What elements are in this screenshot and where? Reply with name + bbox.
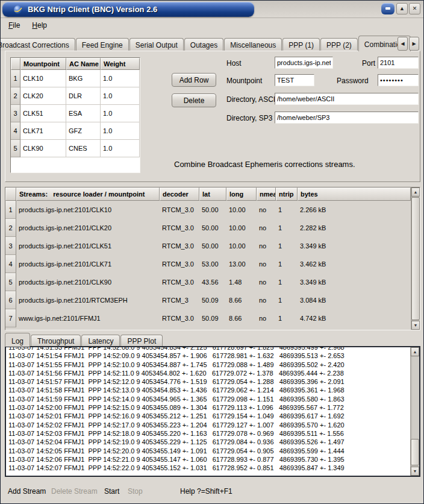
stream-long: 13.00 xyxy=(226,255,257,273)
title-capsule[interactable]: BKG Ntrip Client (BNC) Version 2.6 xyxy=(2,2,254,17)
row-header[interactable]: 1 xyxy=(5,201,16,219)
row-header[interactable]: 2 xyxy=(5,219,16,237)
stream-row[interactable]: 1 products.igs-ip.net:2101/CLK10 RTCM_3.… xyxy=(5,201,411,219)
tab-ppp-1[interactable]: PPP (1) xyxy=(282,38,320,51)
stream-decoder: RTCM_3.0 xyxy=(160,273,199,291)
row-header[interactable]: 1 xyxy=(11,70,20,87)
stream-lat: 43.56 xyxy=(199,273,226,291)
column-header-ac-name[interactable]: AC Name xyxy=(66,58,101,70)
tab-latency[interactable]: Latency xyxy=(81,335,120,346)
row-header[interactable]: 6 xyxy=(5,291,16,309)
log-scrollbar[interactable]: ▲ ▼ xyxy=(410,347,419,476)
cell-mountpoint[interactable]: CLK90 xyxy=(20,140,66,157)
stream-decoder: RTCM_3.0 xyxy=(160,219,199,237)
minimize-button[interactable] xyxy=(381,3,394,14)
start-button[interactable]: Start xyxy=(104,487,119,496)
row-header[interactable]: 3 xyxy=(11,105,20,122)
table-row: 2 CLK20 DLR 1.0 xyxy=(11,87,140,105)
scrollbar-thumb[interactable] xyxy=(411,439,419,465)
add-row-button[interactable]: Add Row xyxy=(172,73,216,87)
cell-ac-name[interactable]: DLR xyxy=(66,87,101,105)
cell-ac-name[interactable]: CNES xyxy=(66,140,101,157)
row-header[interactable]: 4 xyxy=(11,122,20,140)
cell-ac-name[interactable]: GFZ xyxy=(66,122,101,140)
scroll-up-icon[interactable]: ▲ xyxy=(411,187,420,197)
menu-file[interactable]: File xyxy=(3,20,25,31)
scroll-down-icon[interactable]: ▼ xyxy=(411,467,419,476)
cell-mountpoint[interactable]: CLK71 xyxy=(20,122,66,140)
column-header-nmea[interactable]: nmea xyxy=(257,187,276,201)
directory-sp3-input[interactable] xyxy=(275,112,419,124)
close-button[interactable]: ✕ xyxy=(409,3,420,14)
tab-broadcast-corrections[interactable]: Broadcast Corrections xyxy=(0,38,75,51)
cell-mountpoint[interactable]: CLK20 xyxy=(20,87,66,105)
tab-log[interactable]: Log xyxy=(5,333,30,347)
stream-nmea: no xyxy=(257,273,276,291)
cell-weight[interactable]: 1.0 xyxy=(101,122,140,140)
tab-throughput[interactable]: Throughput xyxy=(31,335,81,346)
help-button[interactable]: Help ?=Shift+F1 xyxy=(180,487,232,496)
row-header[interactable]: 3 xyxy=(5,237,16,255)
cell-weight[interactable]: 1.0 xyxy=(101,105,140,122)
cell-mountpoint[interactable]: CLK10 xyxy=(20,70,66,87)
cell-weight[interactable]: 1.0 xyxy=(101,140,140,157)
cell-weight[interactable]: 1.0 xyxy=(101,87,140,105)
tab-bar: Broadcast Corrections Feed Engine Serial… xyxy=(0,35,411,51)
scrollbar-thumb[interactable] xyxy=(411,197,420,320)
stream-row[interactable]: 7 www.igs-ip.net:2101/FFMJ1 RTCM_3.0 50.… xyxy=(5,309,411,327)
stream-lat: 50.09 xyxy=(199,291,226,309)
maximize-button[interactable]: ▲ xyxy=(396,3,408,14)
column-header-ntrip[interactable]: ntrip xyxy=(276,187,298,201)
row-header[interactable]: 5 xyxy=(11,140,20,157)
row-header[interactable]: 7 xyxy=(5,309,16,327)
cell-ac-name[interactable]: ESA xyxy=(66,105,101,122)
tab-feed-engine[interactable]: Feed Engine xyxy=(76,38,129,51)
scrollbar-track[interactable] xyxy=(411,197,420,321)
bnc-window: BKG Ntrip Client (BNC) Version 2.6 ▲ ✕ F… xyxy=(0,0,424,504)
column-header-decoder[interactable]: decoder xyxy=(160,187,199,201)
host-input[interactable] xyxy=(275,57,333,69)
column-header-mountpoint[interactable]: Mountpoint xyxy=(20,58,66,70)
stream-row[interactable]: 2 products.igs-ip.net:2101/CLK20 RTCM_3.… xyxy=(5,219,411,237)
menu-help[interactable]: Help xyxy=(26,20,52,31)
password-input[interactable] xyxy=(378,74,419,86)
stream-row[interactable]: 4 products.igs-ip.net:2101/CLK71 RTCM_3.… xyxy=(5,255,411,273)
streams-scrollbar[interactable]: ▲ ▼ xyxy=(411,187,420,330)
tab-scroll-left-button[interactable]: ◀ xyxy=(398,37,408,51)
row-header[interactable]: 4 xyxy=(5,255,16,273)
tab-ppp-plot[interactable]: PPP Plot xyxy=(120,335,163,346)
tab-miscellaneous[interactable]: Miscellaneous xyxy=(224,38,282,51)
stream-decoder: RTCM_3.0 xyxy=(160,237,199,255)
mountpoint-input[interactable] xyxy=(275,74,314,86)
app-icon xyxy=(13,5,23,14)
add-stream-button[interactable]: Add Stream xyxy=(8,487,46,496)
cell-ac-name[interactable]: BKG xyxy=(66,70,101,87)
directory-ascii-input[interactable] xyxy=(275,93,419,105)
column-header-long[interactable]: long xyxy=(226,187,257,201)
delete-button[interactable]: Delete xyxy=(172,93,216,107)
scroll-down-icon[interactable]: ▼ xyxy=(411,321,420,330)
scrollbar-track[interactable] xyxy=(411,356,419,467)
titlebar[interactable]: BKG Ntrip Client (BNC) Version 2.6 ▲ ✕ xyxy=(1,1,423,18)
stream-row[interactable]: 6 products.igs-ip.net:2101/RTCM3EPH RTCM… xyxy=(5,291,411,309)
row-header[interactable]: 2 xyxy=(11,87,20,105)
stream-ntrip: 1 xyxy=(276,255,298,273)
tab-outages[interactable]: Outages xyxy=(184,38,223,51)
streams-table-body: Streams: resource loader / mountpoint de… xyxy=(5,187,411,330)
tab-scroll-right-button[interactable]: ▶ xyxy=(409,37,419,51)
column-header-bytes[interactable]: bytes xyxy=(298,187,411,201)
tab-serial-output[interactable]: Serial Output xyxy=(129,38,184,51)
stream-mountpoint: products.igs-ip.net:2101/CLK51 xyxy=(16,237,160,255)
stream-row[interactable]: 3 products.igs-ip.net:2101/CLK51 RTCM_3.… xyxy=(5,237,411,255)
column-header-streams[interactable]: Streams: resource loader / mountpoint xyxy=(16,187,160,201)
table-row: 5 CLK90 CNES 1.0 xyxy=(11,140,140,157)
column-header-weight[interactable]: Weight xyxy=(101,58,140,70)
cell-weight[interactable]: 1.0 xyxy=(101,70,140,87)
column-header-lat[interactable]: lat xyxy=(199,187,226,201)
scroll-up-icon[interactable]: ▲ xyxy=(411,347,419,356)
row-header[interactable]: 5 xyxy=(5,273,16,291)
cell-mountpoint[interactable]: CLK51 xyxy=(20,105,66,122)
port-input[interactable] xyxy=(378,57,419,69)
tab-ppp-2[interactable]: PPP (2) xyxy=(320,38,358,51)
stream-row[interactable]: 5 products.igs-ip.net:2101/CLK90 RTCM_3.… xyxy=(5,273,411,291)
